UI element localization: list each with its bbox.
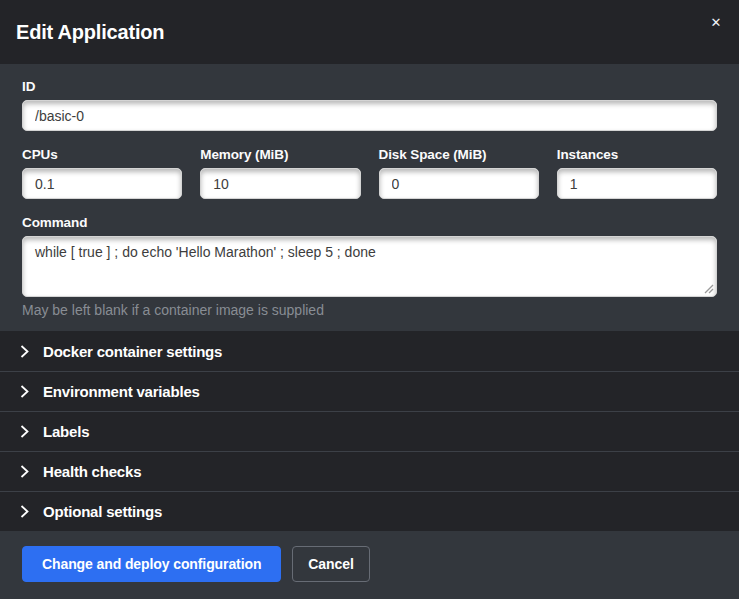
disk-label: Disk Space (MiB) bbox=[379, 147, 539, 162]
id-label: ID bbox=[22, 79, 717, 94]
edit-application-modal: Edit Application ✕ ID CPUs Memory (MiB) … bbox=[0, 0, 739, 599]
command-textarea-wrap: while [ true ] ; do echo 'Hello Marathon… bbox=[22, 236, 717, 297]
section-label: Environment variables bbox=[43, 383, 200, 400]
cpus-input[interactable] bbox=[22, 168, 182, 199]
close-icon[interactable]: ✕ bbox=[705, 12, 727, 34]
chevron-right-icon bbox=[20, 385, 29, 398]
command-label: Command bbox=[22, 215, 717, 230]
command-field-group: Command while [ true ] ; do echo 'Hello … bbox=[22, 215, 717, 318]
section-optional-settings[interactable]: Optional settings bbox=[0, 491, 739, 531]
section-label: Health checks bbox=[43, 463, 141, 480]
section-labels[interactable]: Labels bbox=[0, 411, 739, 451]
resources-row: CPUs Memory (MiB) Disk Space (MiB) Insta… bbox=[22, 147, 717, 199]
id-input[interactable] bbox=[22, 100, 717, 131]
section-health-checks[interactable]: Health checks bbox=[0, 451, 739, 491]
section-label: Labels bbox=[43, 423, 89, 440]
chevron-right-icon bbox=[20, 345, 29, 358]
modal-footer: Change and deploy configuration Cancel bbox=[0, 531, 739, 599]
modal-header: Edit Application ✕ bbox=[0, 0, 739, 64]
disk-field-group: Disk Space (MiB) bbox=[379, 147, 539, 199]
accordion-sections: Docker container settings Environment va… bbox=[0, 331, 739, 531]
disk-input[interactable] bbox=[379, 168, 539, 199]
chevron-right-icon bbox=[20, 505, 29, 518]
memory-label: Memory (MiB) bbox=[200, 147, 360, 162]
command-textarea[interactable]: while [ true ] ; do echo 'Hello Marathon… bbox=[22, 236, 717, 297]
section-docker-container-settings[interactable]: Docker container settings bbox=[0, 331, 739, 371]
section-label: Optional settings bbox=[43, 503, 162, 520]
cancel-button[interactable]: Cancel bbox=[292, 546, 369, 582]
cpus-field-group: CPUs bbox=[22, 147, 182, 199]
section-label: Docker container settings bbox=[43, 343, 222, 360]
id-field-group: ID bbox=[22, 79, 717, 131]
app-form: ID CPUs Memory (MiB) Disk Space (MiB) In… bbox=[0, 64, 739, 331]
chevron-right-icon bbox=[20, 465, 29, 478]
instances-label: Instances bbox=[557, 147, 717, 162]
cpus-label: CPUs bbox=[22, 147, 182, 162]
instances-input[interactable] bbox=[557, 168, 717, 199]
chevron-right-icon bbox=[20, 425, 29, 438]
modal-title: Edit Application bbox=[16, 21, 164, 44]
memory-field-group: Memory (MiB) bbox=[200, 147, 360, 199]
section-environment-variables[interactable]: Environment variables bbox=[0, 371, 739, 411]
instances-field-group: Instances bbox=[557, 147, 717, 199]
command-help-text: May be left blank if a container image i… bbox=[22, 302, 717, 318]
memory-input[interactable] bbox=[200, 168, 360, 199]
change-and-deploy-button[interactable]: Change and deploy configuration bbox=[22, 546, 281, 582]
